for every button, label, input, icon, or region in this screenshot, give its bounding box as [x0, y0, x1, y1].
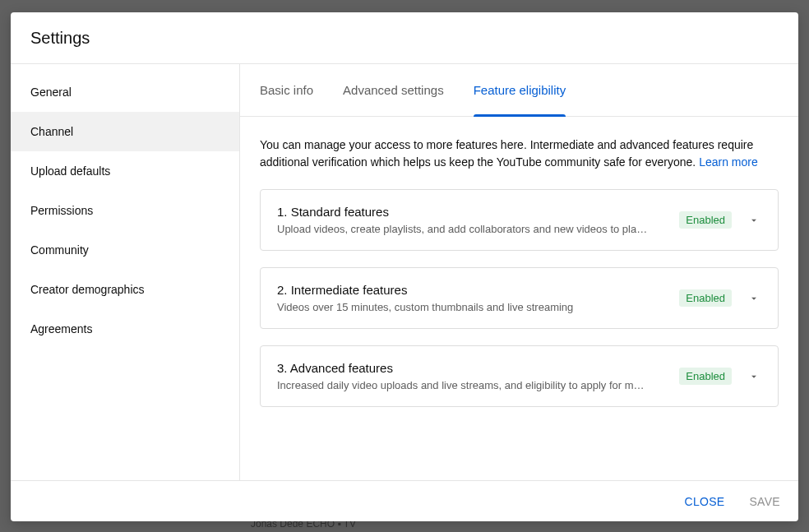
modal-body: General Channel Upload defaults Permissi…	[11, 64, 798, 480]
save-button[interactable]: SAVE	[747, 490, 782, 513]
intro-text-body: You can manage your access to more featu…	[260, 138, 753, 169]
sidebar-item-channel[interactable]: Channel	[11, 112, 239, 151]
tab-bar: Basic info Advanced settings Feature eli…	[240, 64, 798, 117]
chevron-down-icon	[747, 213, 761, 228]
status-badge: Enabled	[679, 368, 732, 385]
feature-desc: Upload videos, create playlists, and add…	[277, 223, 669, 235]
sidebar-item-agreements[interactable]: Agreements	[11, 309, 239, 349]
tab-basic-info[interactable]: Basic info	[260, 64, 313, 117]
content-scroll: You can manage your access to more featu…	[240, 117, 798, 480]
close-button[interactable]: CLOSE	[683, 490, 727, 513]
chevron-down-icon	[747, 291, 761, 306]
tab-advanced-settings[interactable]: Advanced settings	[343, 64, 444, 117]
sidebar-item-upload-defaults[interactable]: Upload defaults	[11, 151, 239, 191]
learn-more-link[interactable]: Learn more	[699, 155, 758, 169]
tab-feature-eligibility[interactable]: Feature eligibility	[474, 64, 566, 117]
sidebar-item-general[interactable]: General	[11, 72, 239, 112]
feature-card-standard[interactable]: 1. Standard features Upload videos, crea…	[260, 189, 779, 251]
feature-title: 1. Standard features	[277, 205, 669, 219]
modal-header: Settings	[11, 12, 798, 64]
content-area: Basic info Advanced settings Feature eli…	[240, 64, 798, 480]
feature-text: 3. Advanced features Increased daily vid…	[277, 361, 669, 391]
intro-text: You can manage your access to more featu…	[260, 136, 779, 171]
settings-modal: Settings General Channel Upload defaults…	[11, 12, 798, 521]
feature-title: 2. Intermediate features	[277, 283, 669, 297]
feature-text: 1. Standard features Upload videos, crea…	[277, 205, 669, 235]
sidebar-item-permissions[interactable]: Permissions	[11, 191, 239, 230]
modal-footer: CLOSE SAVE	[11, 480, 798, 521]
status-badge: Enabled	[679, 211, 732, 229]
feature-text: 2. Intermediate features Videos over 15 …	[277, 283, 669, 313]
feature-desc: Videos over 15 minutes, custom thumbnail…	[277, 301, 669, 313]
chevron-down-icon	[747, 369, 761, 384]
settings-sidebar: General Channel Upload defaults Permissi…	[11, 64, 240, 480]
feature-title: 3. Advanced features	[277, 361, 669, 375]
modal-title: Settings	[30, 29, 90, 48]
feature-card-advanced[interactable]: 3. Advanced features Increased daily vid…	[260, 345, 779, 407]
feature-card-intermediate[interactable]: 2. Intermediate features Videos over 15 …	[260, 267, 779, 329]
sidebar-item-creator-demographics[interactable]: Creator demographics	[11, 270, 239, 309]
feature-desc: Increased daily video uploads and live s…	[277, 379, 669, 391]
sidebar-item-community[interactable]: Community	[11, 230, 239, 270]
status-badge: Enabled	[679, 289, 732, 307]
